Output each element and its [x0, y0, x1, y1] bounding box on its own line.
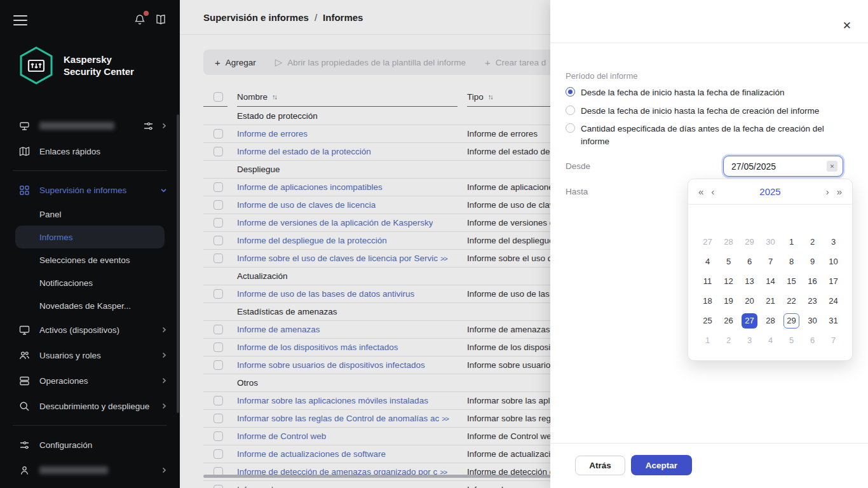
period-radio-option[interactable]: Desde la fecha de inicio hasta la fecha …	[566, 86, 832, 99]
calendar-day-selected[interactable]: 27	[739, 311, 760, 330]
report-name-link[interactable]: Informe del estado de la protección	[237, 147, 371, 156]
notifications-bell-icon[interactable]	[133, 13, 146, 29]
sidebar-item-account[interactable]	[0, 458, 180, 483]
from-date-input[interactable]: 27/05/2025 ✕	[723, 156, 843, 177]
row-checkbox[interactable]	[214, 360, 223, 370]
calendar-day[interactable]: 28	[718, 232, 739, 252]
report-name-link[interactable]: Informe sobre usuarios de dispositivos i…	[237, 360, 425, 370]
calendar-day[interactable]: 5	[781, 330, 802, 350]
calendar-day[interactable]: 22	[781, 291, 802, 311]
calendar-year-button[interactable]: 2025	[714, 186, 825, 197]
row-checkbox[interactable]	[214, 236, 223, 245]
clear-date-icon[interactable]: ✕	[827, 161, 837, 172]
report-name-link[interactable]: Informar sobre las aplicaciones móviles …	[237, 396, 428, 405]
calendar-day[interactable]: 14	[760, 271, 781, 291]
sidebar-item-informes[interactable]: Informes	[15, 226, 165, 248]
row-checkbox[interactable]	[214, 129, 223, 139]
row-checkbox[interactable]	[214, 182, 223, 192]
calendar-day[interactable]: 23	[802, 291, 823, 311]
report-name-link[interactable]: Informe de errores	[237, 129, 308, 139]
sidebar-item-server[interactable]	[0, 113, 180, 139]
report-name-link[interactable]: Informe de los dispositivos más infectad…	[237, 342, 398, 352]
report-name-link[interactable]: Informe de amenazas	[237, 325, 320, 334]
sidebar-item-novedades-de-kasper[interactable]: Novedades de Kasper...	[0, 294, 180, 317]
row-checkbox[interactable]	[214, 431, 223, 441]
calendar-day[interactable]: 16	[802, 271, 823, 291]
calendar-day[interactable]: 4	[697, 252, 718, 271]
report-name-link[interactable]: Informe de uso de claves de licencia	[237, 200, 376, 210]
calendar-day-today[interactable]: 29	[781, 311, 802, 330]
row-checkbox[interactable]	[214, 218, 223, 227]
select-all-checkbox[interactable]	[214, 92, 223, 102]
calendar-day[interactable]: 1	[697, 330, 718, 350]
close-icon[interactable]: ✕	[843, 19, 851, 32]
help-book-icon[interactable]	[154, 14, 167, 28]
calendar-day[interactable]: 1	[781, 232, 802, 252]
calendar-day[interactable]: 5	[718, 252, 739, 271]
next-year-button[interactable]: »	[837, 186, 842, 197]
breadcrumb-parent[interactable]: Supervisión e informes	[203, 12, 309, 23]
calendar-day[interactable]: 2	[802, 232, 823, 252]
calendar-day[interactable]: 20	[739, 291, 760, 311]
report-name-link[interactable]: Informe de Control web	[237, 431, 326, 441]
calendar-day[interactable]: 21	[760, 291, 781, 311]
period-radio-option[interactable]: Cantidad especificada de días antes de l…	[566, 123, 832, 147]
report-name-link[interactable]: Informe de versiones de la aplicación de…	[237, 218, 433, 227]
calendar-day[interactable]: 8	[781, 252, 802, 271]
expand-text-icon[interactable]: >>	[440, 255, 447, 262]
calendar-day[interactable]: 27	[697, 232, 718, 252]
sidebar-item-notificaciones[interactable]: Notificaciones	[0, 271, 180, 294]
sort-icon[interactable]: ↑↓	[488, 93, 492, 100]
report-name-link[interactable]: Informar sobre las reglas de Control de …	[237, 414, 439, 423]
calendar-day[interactable]: 18	[697, 291, 718, 311]
calendar-day[interactable]: 31	[823, 311, 844, 330]
radio-selected-icon[interactable]	[566, 87, 575, 97]
calendar-day[interactable]: 26	[718, 311, 739, 330]
sidebar-item-usuarios-y-roles[interactable]: Usuarios y roles	[0, 342, 180, 368]
calendar-day[interactable]: 12	[718, 271, 739, 291]
sliders-icon[interactable]	[142, 119, 154, 132]
calendar-day[interactable]: 6	[739, 252, 760, 271]
calendar-day[interactable]: 3	[739, 330, 760, 350]
row-checkbox[interactable]	[214, 449, 223, 459]
column-header-nombre[interactable]: Nombre↑↓	[237, 87, 458, 107]
report-name-link[interactable]: Informe de actualizaciones de software	[237, 449, 386, 459]
sidebar-item-activos-dispositivos[interactable]: Activos (dispositivos)	[0, 317, 180, 342]
calendar-day[interactable]: 2	[718, 330, 739, 350]
row-checkbox[interactable]	[214, 342, 223, 352]
calendar-day[interactable]: 13	[739, 271, 760, 291]
calendar-day[interactable]: 10	[823, 252, 844, 271]
calendar-day[interactable]: 25	[697, 311, 718, 330]
back-button[interactable]: Atrás	[575, 456, 625, 475]
calendar-day[interactable]: 24	[823, 291, 844, 311]
row-checkbox[interactable]	[214, 147, 223, 156]
sidebar-item-enlaces-rapidos[interactable]: Enlaces rápidos	[0, 139, 180, 164]
add-report-button[interactable]: + Agregar	[215, 57, 256, 68]
report-name-link[interactable]: Informe sobre el uso de claves de licenc…	[237, 254, 438, 263]
expand-text-icon[interactable]: >>	[442, 415, 449, 423]
row-checkbox[interactable]	[214, 254, 223, 263]
period-radio-option[interactable]: Desde la fecha de inicio hasta la fecha …	[566, 105, 832, 118]
menu-icon[interactable]	[13, 15, 27, 29]
calendar-day[interactable]: 15	[781, 271, 802, 291]
row-checkbox[interactable]	[214, 396, 223, 405]
calendar-day[interactable]: 19	[718, 291, 739, 311]
prev-year-button[interactable]: «	[698, 186, 703, 197]
sidebar-item-selecciones-de-eventos[interactable]: Selecciones de eventos	[0, 248, 180, 271]
row-checkbox[interactable]	[214, 485, 223, 488]
calendar-day[interactable]: 6	[802, 330, 823, 350]
report-name-link[interactable]: Informe de uso de las bases de datos ant…	[237, 289, 414, 299]
app-logo[interactable]: Kaspersky Security Center	[18, 46, 134, 85]
calendar-day[interactable]: 4	[760, 330, 781, 350]
row-checkbox[interactable]	[214, 289, 223, 299]
report-name-link[interactable]: Informe del despliegue de la protección	[237, 236, 387, 245]
sidebar-item-descubrimiento-y-despliegue[interactable]: Descubrimiento y despliegue	[0, 393, 180, 419]
calendar-day[interactable]: 17	[823, 271, 844, 291]
sidebar-item-supervision-e-informes[interactable]: Supervisión e informes	[0, 177, 180, 203]
next-month-button[interactable]: ›	[826, 186, 829, 197]
accept-button[interactable]: Aceptar	[631, 455, 692, 475]
sidebar-item-configuracion[interactable]: Configuración	[0, 432, 180, 458]
calendar-day[interactable]: 29	[739, 232, 760, 252]
calendar-day[interactable]: 30	[760, 232, 781, 252]
row-checkbox[interactable]	[214, 414, 223, 423]
